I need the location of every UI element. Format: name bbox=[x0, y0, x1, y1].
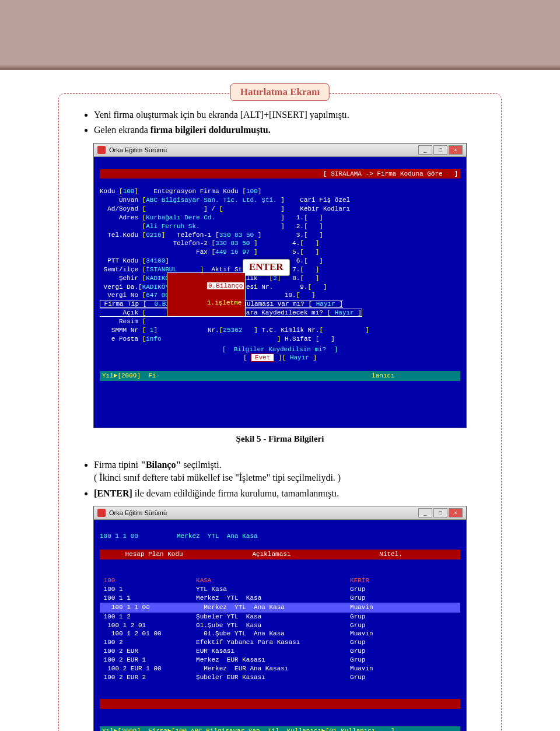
window-title: Orka Eğitim Sürümü bbox=[109, 146, 167, 153]
vergida-field[interactable]: KADIKÖY bbox=[142, 284, 169, 291]
hayir-button[interactable]: Hayır bbox=[290, 354, 309, 361]
reminder-box: Hatırlatma Ekranı Yeni firma oluşturmak … bbox=[58, 93, 502, 731]
hesap-statusbar: Yıl►[2009] Firma►[100-ABC Bilgisayar San… bbox=[100, 726, 460, 731]
mid-list: Firma tipini "Bilanço" seçilmişti. ( İki… bbox=[94, 459, 495, 500]
close-button[interactable]: × bbox=[449, 145, 463, 155]
tel2-field[interactable]: 330 83 50 bbox=[215, 240, 250, 247]
hesap-rows: 100 KASA KEBİR 100 1 YTL Kasa Grup 100 1… bbox=[100, 576, 460, 681]
adres1-field[interactable]: Kurbağalı Dere Cd. bbox=[146, 214, 215, 221]
bilanco-opt-1[interactable]: 1.işletme bbox=[207, 299, 242, 306]
minimize-button[interactable]: _ bbox=[418, 145, 432, 155]
table-row[interactable]: 100 1 1 00 Merkez YTL Ana Kasa Muavin bbox=[100, 603, 460, 613]
firma-statusbar: Yıl►[2009] Fi lanıcı bbox=[100, 371, 460, 381]
close-button-2[interactable]: × bbox=[449, 508, 463, 517]
save-dialog-question: [ Bilgiler Kaydedilsin mi? ] bbox=[222, 346, 338, 353]
firma-window: Orka Eğitim Sürümü _ □ × [ SIRALAMA -> F… bbox=[93, 143, 467, 428]
ptt-field[interactable]: 34100 bbox=[146, 257, 165, 264]
entkodu-field[interactable]: 100 bbox=[246, 188, 258, 195]
table-row[interactable]: 100 2 EUR EUR Kasası Grup bbox=[100, 647, 460, 656]
intro-list: Yeni firma oluşturmak için bu ekranda [A… bbox=[94, 109, 495, 137]
bilanco-opt-0[interactable]: 0.Bilanço bbox=[207, 282, 244, 289]
hesap-footer-bar bbox=[100, 699, 460, 709]
intro-item-1: Yeni firma oluşturmak için bu ekranda [A… bbox=[94, 109, 495, 121]
hesap-window: Orka Eğitim Sürümü _ □ × 100 1 1 00 Merk… bbox=[93, 506, 467, 731]
reminder-badge: Hatırlatma Ekranı bbox=[230, 83, 330, 101]
page-header bbox=[0, 0, 560, 70]
titlebar: Orka Eğitim Sürümü _ □ × bbox=[94, 144, 466, 157]
nr-field[interactable]: 25362 bbox=[223, 327, 242, 334]
mid-item-2: [ENTER] ile devam edildiğinde firma kuru… bbox=[94, 487, 495, 500]
sort-bar: [ SIRALAMA -> Firma Koduna Göre ] bbox=[100, 169, 460, 179]
hesap-top: 100 1 1 00 Merkez YTL Ana Kasa bbox=[100, 533, 258, 540]
kodu-field[interactable]: 100 bbox=[123, 188, 135, 195]
hesap-dos-area: 100 1 1 00 Merkez YTL Ana Kasa Hesap Pla… bbox=[94, 520, 466, 731]
mid-item-1: Firma tipini "Bilanço" seçilmişti. ( İki… bbox=[94, 459, 495, 485]
table-row[interactable]: 100 1 1 Merkez YTL Kasa Grup bbox=[100, 594, 460, 603]
unvan-field[interactable]: ABC Bilgisayar San. Tic. Ltd. Şti. bbox=[146, 197, 276, 204]
hesap-header: Hesap Plan Kodu Açıklaması Nitel. bbox=[100, 550, 460, 559]
minimize-button-2[interactable]: _ bbox=[418, 508, 432, 517]
tel1-field[interactable]: 330 83 50 bbox=[219, 232, 254, 239]
table-row[interactable]: 100 1 2 01 01.Şube YTL Kasa Grup bbox=[100, 621, 460, 630]
titlebar-2: Orka Eğitim Sürümü _ □ × bbox=[94, 506, 466, 520]
table-row[interactable]: 100 2 EUR 1 Merkez EUR Kasası Grup bbox=[100, 656, 460, 664]
table-row[interactable]: 100 1 YTL Kasa Grup bbox=[100, 585, 460, 594]
table-row[interactable]: 100 2 EUR 2 Şubeler EUR Kasası Grup bbox=[100, 673, 460, 682]
table-row[interactable]: 100 1 2 Şubeler YTL Kasa Grup bbox=[100, 613, 460, 621]
intro-item-2: Gelen ekranda firma bilgileri doldurulmu… bbox=[94, 124, 495, 137]
app-icon-2 bbox=[97, 509, 106, 517]
adres2-field[interactable]: Ali Ferruh Sk. bbox=[146, 223, 200, 230]
evet-button[interactable]: Evet bbox=[251, 354, 274, 362]
table-row[interactable]: 100 1 2 01 00 01.Şube YTL Ana Kasa Muavi… bbox=[100, 629, 460, 638]
telkodu-field[interactable]: 0216 bbox=[146, 232, 161, 239]
eposta-field[interactable]: info bbox=[146, 335, 161, 342]
firma-dos-area: [ SIRALAMA -> Firma Koduna Göre ] Kodu [… bbox=[94, 157, 466, 428]
table-row[interactable]: 100 2 EUR 1 00 Merkez EUR Ana Kasası Mua… bbox=[100, 664, 460, 673]
enter-callout: ENTER bbox=[243, 259, 290, 276]
window-title-2: Orka Eğitim Sürümü bbox=[109, 509, 167, 516]
maximize-button-2[interactable]: □ bbox=[433, 508, 447, 517]
table-row[interactable]: 100 2 Efektif Yabancı Para Kasası Grup bbox=[100, 638, 460, 647]
bilanco-dropdown[interactable]: 0.Bilanço 1.işletme bbox=[167, 272, 246, 317]
app-icon bbox=[97, 146, 106, 154]
fax-field[interactable]: 449 16 97 bbox=[215, 249, 250, 256]
page-body: Hatırlatma Ekranı Yeni firma oluşturmak … bbox=[0, 70, 560, 731]
table-row[interactable]: 100 KASA KEBİR bbox=[100, 576, 460, 585]
caption-5: Şekil 5 - Firma Bilgileri bbox=[65, 434, 495, 444]
maximize-button[interactable]: □ bbox=[433, 145, 447, 155]
